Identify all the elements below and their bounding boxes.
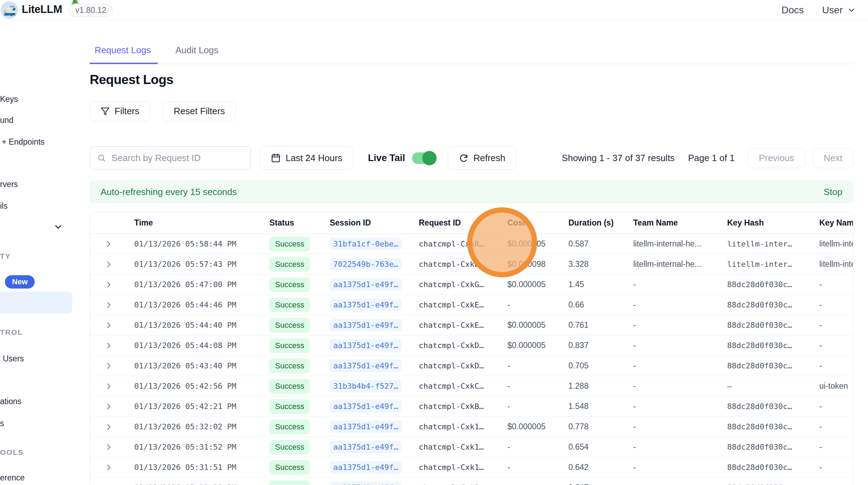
expand-row-button[interactable]	[90, 382, 134, 390]
stop-auto-refresh-button[interactable]: Stop	[824, 187, 843, 198]
cell-key-hash: 88dc28d0f030c…	[727, 483, 819, 485]
cell-time: 01/13/2026 05:42:21 PM	[134, 402, 269, 411]
cell-duration: 3.328	[568, 259, 633, 269]
session-id-link[interactable]: aa1375d1-e49f…	[330, 441, 402, 453]
sidebar-item-models-endpoints[interactable]: + Endpoints	[2, 137, 45, 147]
request-id-search[interactable]	[90, 146, 251, 169]
refresh-button[interactable]: Refresh	[448, 146, 516, 169]
cell-time: 01/13/2026 05:31:38 PM	[134, 483, 269, 485]
session-id-link[interactable]: 31b3b4b4-f527…	[330, 380, 402, 392]
session-id-link[interactable]: aa1375d1-e49f…	[330, 421, 402, 433]
sidebar-item-internal-users[interactable]: Users	[3, 354, 24, 363]
previous-page-button[interactable]: Previous	[748, 148, 805, 168]
chevron-right-icon	[104, 463, 113, 472]
cell-request-id: chatcmpl-Cxkb…	[419, 260, 507, 269]
cell-status: Success	[269, 379, 330, 394]
auto-refresh-message: Auto-refreshing every 15 seconds	[101, 187, 237, 198]
cell-request-id: chatcmpl-CxkD…	[419, 341, 507, 350]
cell-status: Success	[269, 338, 330, 353]
table-row[interactable]: 01/13/2026 05:44:46 PM Success aa1375d1-…	[90, 295, 853, 315]
sidebar-collapse-chevron-icon[interactable]	[53, 222, 63, 232]
table-row[interactable]: 01/13/2026 05:42:21 PM Success aa1375d1-…	[90, 396, 853, 417]
expand-row-button[interactable]	[90, 260, 134, 269]
header-key-name: Key Name	[819, 218, 853, 228]
sidebar-item-teams[interactable]: s	[0, 419, 4, 428]
user-menu[interactable]: User	[822, 5, 856, 16]
session-id-link[interactable]: aa1375d1-e49f…	[330, 360, 402, 372]
chevron-right-icon	[104, 402, 113, 411]
table-row[interactable]: 01/13/2026 05:47:00 PM Success aa1375d1-…	[90, 275, 853, 295]
sidebar-item-logs-active-highlight[interactable]	[0, 292, 72, 313]
cell-status: Success	[269, 440, 330, 455]
reset-filters-button[interactable]: Reset Filters	[163, 101, 236, 121]
cell-request-id: chatcmpl-Cxk1…	[419, 443, 507, 451]
expand-row-button[interactable]	[90, 484, 134, 485]
cell-time: 01/13/2026 05:43:40 PM	[134, 361, 269, 370]
session-id-link[interactable]: aa1375d1-e49f…	[330, 461, 402, 473]
session-id-link[interactable]: aa1375d1-e49f…	[330, 481, 402, 485]
search-input[interactable]	[111, 153, 244, 164]
live-tail-label: Live Tail	[368, 153, 405, 164]
next-page-button[interactable]: Next	[813, 148, 853, 168]
table-row[interactable]: 01/13/2026 05:31:38 PM Success aa1375d1-…	[90, 478, 853, 485]
expand-row-button[interactable]	[90, 240, 134, 248]
session-id-link[interactable]: aa1375d1-e49f…	[330, 400, 402, 413]
sidebar-item-api-reference[interactable]: erence	[0, 473, 25, 483]
expand-row-button[interactable]	[90, 443, 134, 451]
table-row[interactable]: 01/13/2026 05:58:44 PM Success 31bfa1cf-…	[90, 234, 853, 254]
expand-row-button[interactable]	[90, 341, 134, 350]
expand-row-button[interactable]	[90, 423, 134, 431]
expand-row-button[interactable]	[90, 280, 134, 289]
cell-key-name: -	[819, 280, 853, 289]
cell-cost: $0.000005	[507, 280, 568, 289]
time-range-button[interactable]: Last 24 Hours	[260, 146, 353, 169]
cell-key-hash: litellm-inter…	[727, 240, 819, 248]
page-title: Request Logs	[90, 72, 853, 87]
tab-audit-logs[interactable]: Audit Logs	[168, 45, 225, 64]
table-row[interactable]: 01/13/2026 05:32:02 PM Success aa1375d1-…	[90, 417, 853, 437]
cell-duration: 0.66	[568, 300, 633, 310]
table-row[interactable]: 01/13/2026 05:43:40 PM Success aa1375d1-…	[90, 356, 853, 376]
cell-status: Success	[269, 257, 330, 272]
session-id-link[interactable]: aa1375d1-e49f…	[330, 278, 402, 291]
cell-time: 01/13/2026 05:57:43 PM	[134, 260, 269, 269]
table-row[interactable]: 01/13/2026 05:44:40 PM Success aa1375d1-…	[90, 315, 853, 335]
expand-row-button[interactable]	[90, 402, 134, 411]
table-row[interactable]: 01/13/2026 05:44:08 PM Success aa1375d1-…	[90, 335, 853, 356]
cell-key-name: -	[819, 341, 853, 350]
table-row[interactable]: 01/13/2026 05:31:52 PM Success aa1375d1-…	[90, 437, 853, 457]
cell-session-id: 31b3b4b4-f527…	[330, 380, 419, 392]
docs-link[interactable]: Docs	[781, 5, 804, 16]
cell-key-name: -	[819, 300, 853, 310]
filters-button[interactable]: Filters	[90, 101, 150, 121]
sidebar-item-guardrails[interactable]: ils	[0, 201, 8, 211]
sidebar-item-virtual-keys[interactable]: Keys	[0, 95, 18, 104]
expand-row-button[interactable]	[90, 301, 134, 309]
session-id-link[interactable]: aa1375d1-e49f…	[330, 339, 402, 352]
cell-status: Success	[269, 480, 330, 485]
live-tail-toggle[interactable]	[412, 152, 435, 164]
session-id-link[interactable]: 31bfa1cf-0ebe…	[330, 238, 402, 250]
cell-key-name: -	[819, 422, 853, 431]
page-indicator: Page 1 of 1	[688, 153, 734, 164]
cell-cost: -	[507, 361, 568, 370]
sidebar-item-playground[interactable]: und	[0, 116, 13, 125]
tab-request-logs[interactable]: Request Logs	[90, 45, 158, 64]
session-id-link[interactable]: 7022549b-763e…	[330, 258, 402, 270]
table-row[interactable]: 01/13/2026 05:57:43 PM Success 7022549b-…	[90, 254, 853, 275]
cell-duration: 1.548	[568, 402, 633, 411]
cell-duration: 0.642	[568, 463, 633, 472]
session-id-link[interactable]: aa1375d1-e49f…	[330, 299, 402, 311]
expand-row-button[interactable]	[90, 463, 134, 472]
session-id-link[interactable]: aa1375d1-e49f…	[330, 319, 402, 331]
funnel-icon	[101, 107, 110, 116]
sidebar-item-organizations[interactable]: ations	[0, 397, 21, 406]
expand-row-button[interactable]	[90, 362, 134, 370]
cell-team-name: -	[633, 300, 727, 310]
chevron-right-icon	[104, 443, 113, 451]
table-row[interactable]: 01/13/2026 05:31:51 PM Success aa1375d1-…	[90, 457, 853, 478]
sidebar-item-servers[interactable]: rvers	[0, 180, 18, 189]
expand-row-button[interactable]	[90, 321, 134, 330]
header-session-id: Session ID	[330, 218, 419, 228]
table-row[interactable]: 01/13/2026 05:42:56 PM Success 31b3b4b4-…	[90, 376, 853, 396]
